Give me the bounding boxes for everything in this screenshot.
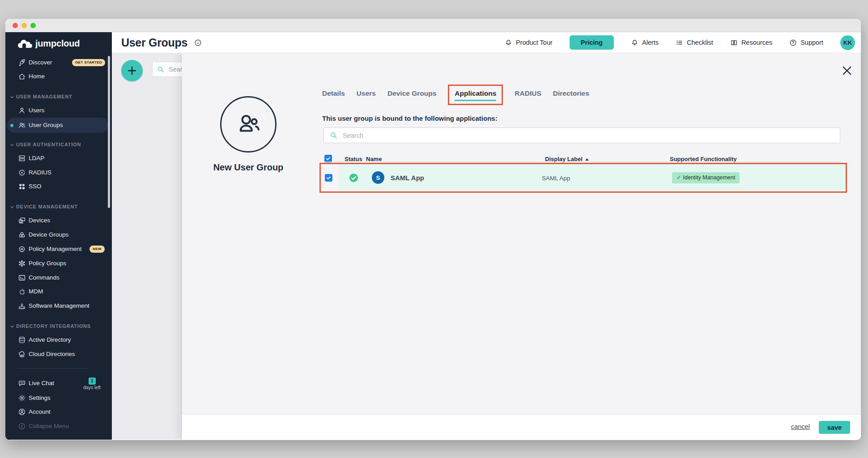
cloud-db-icon bbox=[18, 350, 26, 358]
sidebar-item-sso[interactable]: SSO bbox=[5, 179, 112, 194]
apple-icon bbox=[18, 288, 26, 296]
target-icon bbox=[18, 245, 26, 253]
app-display-label: SAML App bbox=[542, 175, 570, 182]
close-window-button[interactable] bbox=[13, 23, 18, 28]
sidebar-item-account[interactable]: Account bbox=[5, 405, 112, 419]
checklist-label: Checklist bbox=[687, 39, 713, 46]
minimize-window-button[interactable] bbox=[21, 23, 27, 28]
tab-details[interactable]: Details bbox=[322, 89, 345, 98]
header-actions: Product Tour Pricing Alerts Checklist Re… bbox=[505, 35, 861, 50]
sidebar-item-discover[interactable]: Discover GET STARTED bbox=[5, 55, 112, 70]
sidebar-item-policy-management[interactable]: Policy Management NEW bbox=[5, 242, 112, 256]
row-checkbox[interactable] bbox=[325, 174, 332, 182]
user-group-icon bbox=[18, 121, 26, 129]
sidebar-item-cloud-directories[interactable]: Cloud Directories bbox=[5, 347, 112, 361]
product-tour-label: Product Tour bbox=[516, 39, 553, 46]
sidebar-item-label: Users bbox=[29, 103, 44, 118]
chat-icon bbox=[18, 379, 26, 387]
product-tour-button[interactable]: Product Tour bbox=[505, 39, 553, 47]
sidebar-item-live-chat[interactable]: Live Chat 1 days left bbox=[5, 376, 112, 390]
cancel-button[interactable]: cancel bbox=[791, 423, 810, 430]
sidebar-item-label: User Groups bbox=[29, 118, 63, 132]
logo-text: jumpcloud bbox=[35, 38, 80, 49]
search-icon bbox=[330, 131, 337, 139]
sidebar-item-label: MDM bbox=[29, 284, 43, 299]
sidebar-item-home[interactable]: Home bbox=[5, 69, 112, 84]
chevron-down-icon bbox=[10, 95, 14, 99]
tab-device-groups[interactable]: Device Groups bbox=[387, 89, 436, 98]
info-icon[interactable] bbox=[194, 39, 202, 47]
applications-search[interactable] bbox=[323, 127, 840, 143]
user-avatar[interactable]: KK bbox=[840, 35, 855, 50]
alerts-label: Alerts bbox=[642, 39, 659, 46]
sidebar-section-directory-integrations[interactable]: DIRECTORY INTEGRATIONS bbox=[5, 319, 112, 333]
database-icon bbox=[18, 336, 26, 344]
active-dot bbox=[10, 124, 13, 127]
main-area: User Groups Product Tour Pricing Alerts … bbox=[112, 32, 861, 440]
save-button[interactable]: save bbox=[819, 421, 850, 434]
sidebar-item-label: Cloud Directories bbox=[29, 347, 75, 361]
sidebar-item-policy-groups[interactable]: Policy Groups bbox=[5, 256, 112, 271]
pricing-button[interactable]: Pricing bbox=[570, 35, 614, 50]
tab-applications[interactable]: Applications bbox=[455, 89, 496, 101]
sidebar-item-active-directory[interactable]: Active Directory bbox=[5, 333, 112, 347]
close-icon bbox=[841, 64, 853, 77]
resources-button[interactable]: Resources bbox=[730, 39, 772, 47]
tab-users[interactable]: Users bbox=[357, 89, 376, 98]
sidebar-item-software-management[interactable]: Software Management bbox=[5, 299, 112, 313]
bound-applications-description: This user group is bound to the followin… bbox=[322, 114, 498, 122]
sidebar-item-mdm[interactable]: MDM bbox=[5, 284, 112, 299]
sidebar-item-collapse-menu[interactable]: Collapse Menu bbox=[5, 419, 112, 433]
collapse-icon bbox=[18, 422, 26, 430]
sidebar-scrollbar[interactable] bbox=[108, 56, 110, 208]
sidebar-item-label: Home bbox=[29, 69, 45, 84]
checklist-button[interactable]: Checklist bbox=[676, 39, 713, 47]
sidebar-section-device-management[interactable]: DEVICE MANAGEMENT bbox=[5, 199, 112, 214]
sidebar-divider bbox=[17, 368, 89, 369]
sidebar-item-settings[interactable]: Settings bbox=[5, 391, 112, 405]
highlight-box-applications: Applications bbox=[448, 85, 503, 105]
sidebar-item-radius[interactable]: RADIUS bbox=[5, 165, 112, 180]
rocket-icon bbox=[18, 59, 26, 67]
alerts-button[interactable]: Alerts bbox=[631, 39, 659, 47]
bell-icon bbox=[505, 39, 512, 47]
venn-icon bbox=[18, 231, 26, 239]
sidebar-item-label: Device Groups bbox=[29, 228, 68, 242]
sidebar-item-label: Software Management bbox=[29, 299, 89, 313]
account-icon bbox=[18, 408, 26, 416]
add-user-group-button[interactable] bbox=[121, 60, 143, 81]
sidebar-item-user-groups[interactable]: User Groups bbox=[5, 118, 112, 132]
help-icon bbox=[789, 39, 797, 47]
sidebar-item-users[interactable]: Users bbox=[5, 103, 112, 118]
tab-directories[interactable]: Directories bbox=[553, 89, 589, 98]
sidebar-section-user-authentication[interactable]: USER AUTHENTICATION bbox=[5, 137, 112, 152]
sidebar-item-devices[interactable]: Devices bbox=[5, 213, 112, 228]
jumpcloud-logo[interactable]: jumpcloud bbox=[17, 38, 80, 49]
applications-search-input[interactable] bbox=[342, 131, 521, 140]
table-row-saml-app[interactable]: S SAML App SAML App ✓Identity Management bbox=[319, 163, 847, 193]
support-label: Support bbox=[800, 39, 823, 46]
user-group-icon bbox=[234, 110, 263, 139]
sidebar-item-label: Policy Management bbox=[29, 242, 82, 256]
tab-radius[interactable]: RADIUS bbox=[515, 89, 541, 98]
sidebar-item-commands[interactable]: Commands bbox=[5, 271, 112, 285]
bell-icon bbox=[631, 39, 638, 47]
chevron-down-icon bbox=[10, 324, 14, 329]
zoom-window-button[interactable] bbox=[30, 23, 36, 28]
book-icon bbox=[730, 39, 738, 47]
sidebar-item-label: Devices bbox=[29, 213, 50, 228]
install-icon bbox=[18, 302, 26, 310]
close-panel-button[interactable] bbox=[841, 64, 853, 77]
new-badge: NEW bbox=[89, 246, 105, 253]
checklist-icon bbox=[676, 39, 683, 47]
server-icon bbox=[18, 154, 26, 162]
sidebar-item-ldap[interactable]: LDAP bbox=[5, 151, 112, 165]
terminal-icon bbox=[18, 274, 26, 282]
support-button[interactable]: Support bbox=[789, 39, 823, 47]
table-header-divider bbox=[323, 161, 840, 162]
page-title: User Groups bbox=[121, 36, 187, 49]
sidebar-section-user-management[interactable]: USER MANAGEMENT bbox=[5, 89, 112, 104]
sidebar-item-device-groups[interactable]: Device Groups bbox=[5, 228, 112, 242]
sidebar-item-label: Settings bbox=[29, 391, 51, 405]
trial-days-caption: days left bbox=[72, 385, 101, 390]
